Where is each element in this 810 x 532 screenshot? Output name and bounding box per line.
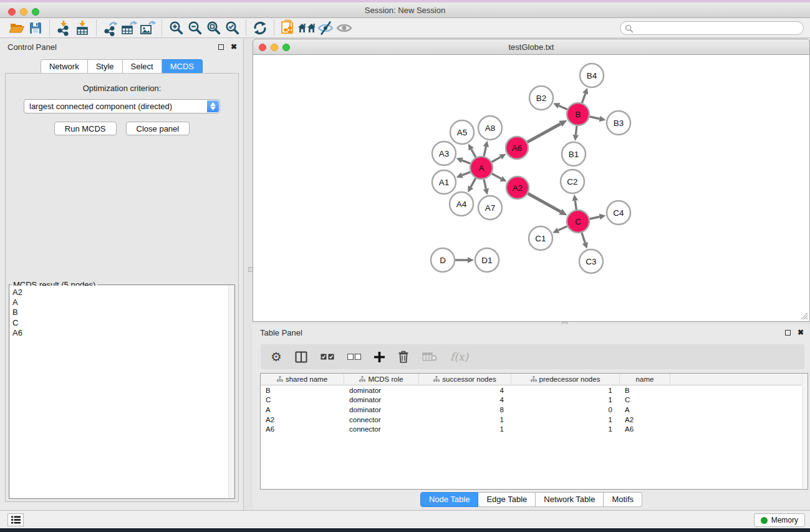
edge-C-C1[interactable] xyxy=(558,226,567,230)
export-table-icon[interactable] xyxy=(120,19,138,37)
table-row-a[interactable]: Adominator80A xyxy=(261,405,808,415)
export-image-icon[interactable] xyxy=(138,19,157,37)
table-row-a2[interactable]: A2connector11A2 xyxy=(261,415,808,425)
column-header-name[interactable]: name xyxy=(620,374,670,385)
control-panel-title: Control Panel xyxy=(7,42,57,52)
memory-status-icon xyxy=(761,517,768,524)
edge-A2-C[interactable] xyxy=(528,193,561,211)
result-item-a6[interactable]: A6 xyxy=(12,328,234,338)
minimize-network-window-button[interactable] xyxy=(271,44,278,51)
cell: C xyxy=(620,396,670,404)
save-icon[interactable] xyxy=(26,19,45,37)
zoom-in-icon[interactable] xyxy=(166,19,185,37)
tab-network[interactable]: Network xyxy=(41,59,88,74)
edge-B-B2[interactable] xyxy=(559,106,567,110)
close-table-panel-icon[interactable]: ✖ xyxy=(798,329,804,336)
import-network-icon[interactable] xyxy=(54,19,73,37)
zoom-selected-icon[interactable] xyxy=(223,19,241,37)
table-type-tabs: Node TableEdge TableNetwork TableMotifs xyxy=(253,492,810,507)
maximize-network-window-button[interactable] xyxy=(282,44,290,51)
table-header-row: shared nameMCDS rolesuccessor nodesprede… xyxy=(261,374,808,385)
table-row-c[interactable]: Cdominator41C xyxy=(261,395,808,405)
neighbors-icon[interactable] xyxy=(297,19,316,37)
edge-A-A6[interactable] xyxy=(492,157,501,162)
edge-B-B4[interactable] xyxy=(582,94,585,103)
edge-A-A3[interactable] xyxy=(462,160,470,163)
table-panel-title: Table Panel xyxy=(260,328,302,337)
column-header-predecessor-nodes[interactable]: predecessor nodes xyxy=(511,374,620,385)
result-item-a2[interactable]: A2 xyxy=(12,288,234,297)
edge-C-C3[interactable] xyxy=(582,233,585,243)
float-table-panel-icon[interactable] xyxy=(785,330,791,336)
edge-A6-B[interactable] xyxy=(528,123,561,142)
delete-column-trash-icon[interactable] xyxy=(398,351,409,363)
add-column-icon[interactable] xyxy=(374,352,385,362)
select-all-rows-icon[interactable] xyxy=(321,354,334,360)
zoom-fit-icon[interactable] xyxy=(204,19,223,37)
show-graphics-details-icon[interactable] xyxy=(335,19,354,37)
hide-graphics-details-icon[interactable] xyxy=(316,19,335,37)
tab-motifs[interactable]: Motifs xyxy=(604,492,642,507)
maximize-window-button[interactable] xyxy=(32,8,39,16)
deselect-all-rows-icon[interactable] xyxy=(347,354,361,360)
edge-A-A5[interactable] xyxy=(471,149,476,157)
column-header-shared-name[interactable]: shared name xyxy=(261,374,344,385)
run-mcds-button[interactable]: Run MCDS xyxy=(54,122,117,135)
edge-C-C4[interactable] xyxy=(590,217,600,219)
window-title: Session: New Session xyxy=(365,6,445,15)
close-network-window-button[interactable] xyxy=(259,44,266,51)
cell: A2 xyxy=(620,416,670,423)
delete-table-icon xyxy=(422,352,437,361)
main-toolbar xyxy=(0,18,810,38)
graph-node-label-D1: D1 xyxy=(481,256,492,265)
graph-node-label-A5: A5 xyxy=(457,128,468,137)
edge-arrowhead xyxy=(468,257,474,263)
panel-layout-icon[interactable] xyxy=(295,351,307,363)
criterion-dropdown[interactable]: largest connected component (directed) xyxy=(24,99,220,114)
edge-A-A2[interactable] xyxy=(492,173,501,178)
table-row-b[interactable]: Bdominator41B xyxy=(261,385,808,395)
minimize-window-button[interactable] xyxy=(20,8,27,16)
open-folder-icon[interactable] xyxy=(7,19,26,37)
result-item-a[interactable]: A xyxy=(12,297,234,307)
tab-select[interactable]: Select xyxy=(123,59,162,74)
column-header-successor-nodes[interactable]: successor nodes xyxy=(419,374,511,385)
edge-B-B3[interactable] xyxy=(590,117,600,118)
import-table-icon[interactable] xyxy=(73,19,92,37)
float-panel-icon[interactable] xyxy=(218,44,224,50)
resize-grip-icon[interactable] xyxy=(800,312,808,320)
edge-A-A4[interactable] xyxy=(471,178,476,187)
result-item-b[interactable]: B xyxy=(12,307,234,317)
tab-mcds[interactable]: MCDS xyxy=(162,59,203,74)
edge-C-C2[interactable] xyxy=(575,201,576,210)
table-scrollbar[interactable] xyxy=(802,374,808,488)
result-scrollbar[interactable] xyxy=(228,286,234,498)
result-item-c[interactable]: C xyxy=(12,318,234,328)
network-from-file-icon[interactable] xyxy=(279,19,297,37)
close-panel-button[interactable]: Close panel xyxy=(126,122,190,135)
network-graph[interactable]: B4B2BB3A5A8A6B1A3AC2A1A2A4A7C4CC1C3DD1 xyxy=(253,55,809,321)
refresh-icon[interactable] xyxy=(251,19,269,37)
search-input[interactable] xyxy=(620,21,804,35)
task-history-button[interactable] xyxy=(7,513,24,526)
memory-button[interactable]: Memory xyxy=(754,513,805,527)
tab-network-table[interactable]: Network Table xyxy=(536,492,604,507)
edge-A-A1[interactable] xyxy=(462,172,470,175)
close-window-button[interactable] xyxy=(8,8,16,16)
edge-A-A7[interactable] xyxy=(484,180,486,189)
tab-style[interactable]: Style xyxy=(88,59,123,74)
tab-node-table[interactable]: Node Table xyxy=(420,492,479,507)
node-table[interactable]: shared nameMCDS rolesuccessor nodesprede… xyxy=(260,373,808,490)
network-canvas[interactable]: B4B2BB3A5A8A6B1A3AC2A1A2A4A7C4CC1C3DD1 xyxy=(253,55,810,322)
export-network-icon[interactable] xyxy=(101,19,120,37)
network-window-titlebar[interactable]: testGlobe.txt xyxy=(253,39,810,55)
tab-edge-table[interactable]: Edge Table xyxy=(478,492,536,507)
column-settings-gear-icon[interactable]: ⚙ xyxy=(271,351,282,363)
edge-A-A8[interactable] xyxy=(484,147,486,156)
close-panel-icon[interactable]: ✖ xyxy=(231,43,237,51)
table-row-a6[interactable]: A6connector11A6 xyxy=(261,424,808,434)
zoom-out-icon[interactable] xyxy=(185,19,204,37)
memory-button-label: Memory xyxy=(771,516,798,525)
edge-B-B1[interactable] xyxy=(576,126,577,135)
column-header-MCDS-role[interactable]: MCDS role xyxy=(344,374,419,385)
